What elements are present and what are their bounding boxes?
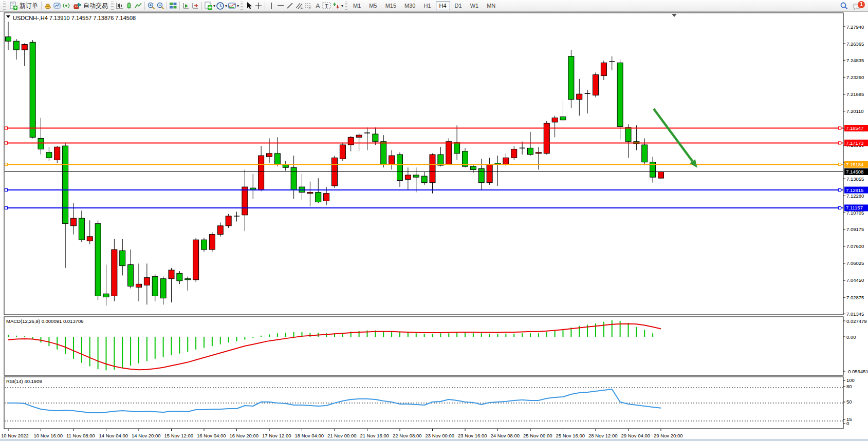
down-candle — [201, 240, 207, 250]
hline-handle[interactable] — [839, 127, 841, 129]
price-chip-label: 7.11157 — [846, 205, 863, 210]
chart-window[interactable]: 7.279407.263657.248357.232607.216857.201… — [0, 12, 868, 441]
timeframe-button-M5[interactable]: M5 — [365, 1, 380, 10]
price-tick-label: 7.23260 — [846, 74, 864, 80]
tile-windows-icon[interactable] — [169, 1, 178, 10]
candlestick-mode-icon[interactable] — [124, 1, 134, 10]
chart-canvas[interactable]: 7.279407.263657.248357.232607.216857.201… — [0, 12, 868, 441]
up-candle — [71, 218, 77, 226]
down-candle — [177, 273, 182, 281]
market-watch-icon[interactable] — [52, 1, 62, 10]
crosshair-icon[interactable] — [254, 1, 263, 10]
channel-tool-icon[interactable]: E — [294, 1, 304, 10]
chart-shift-icon[interactable] — [191, 1, 200, 10]
timeframe-button-M1[interactable]: M1 — [349, 1, 364, 10]
auto-scroll-icon[interactable] — [181, 1, 191, 10]
up-candle — [389, 156, 395, 164]
price-chip-7.14508: 7.14508 — [844, 168, 868, 175]
zoom-in-icon[interactable] — [146, 1, 156, 10]
trendline-tool-icon[interactable] — [285, 1, 294, 10]
hline-handle[interactable] — [5, 163, 8, 166]
timeframe-button-H1[interactable]: H1 — [420, 1, 434, 10]
price-tick-label: 7.01345 — [846, 311, 864, 317]
timeframe-button-M15[interactable]: M15 — [382, 1, 400, 10]
time-tick-label: 28 Nov 12:00 — [588, 433, 618, 438]
toolbar-right-group: 1 — [839, 0, 864, 12]
bar-chart-mode-icon[interactable] — [115, 1, 124, 10]
down-candle — [6, 37, 11, 41]
timeframe-button-H4[interactable]: H4 — [436, 1, 450, 10]
hline-handle[interactable] — [5, 206, 8, 209]
svg-text:T: T — [325, 3, 328, 9]
up-candle — [503, 158, 509, 164]
timeframe-button-W1[interactable]: W1 — [467, 1, 483, 10]
chart-template-icon[interactable] — [227, 1, 236, 10]
up-candle — [535, 152, 541, 154]
rsi-axis-label: 80 — [846, 384, 852, 389]
chart-title: USDCNH-,H4 7.13910 7.14557 7.13876 7.145… — [13, 15, 136, 21]
down-candle — [397, 155, 403, 180]
profiles-clock-icon[interactable] — [215, 1, 225, 10]
time-tick-label: 16 Nov 04:00 — [197, 433, 226, 438]
down-candle — [528, 148, 533, 155]
profile-icon[interactable] — [43, 1, 52, 10]
timeframe-toolbar: M1M5M15M30H1H4D1W1MN — [349, 1, 500, 10]
down-candle — [274, 154, 280, 164]
up-candle — [144, 278, 150, 285]
price-chip-label: 7.14508 — [846, 169, 863, 175]
search-icon[interactable] — [839, 2, 848, 11]
separator — [201, 2, 202, 10]
timeframe-button-MN[interactable]: MN — [483, 1, 499, 10]
time-tick-label: 11 Nov 08:00 — [66, 433, 95, 438]
up-candle — [405, 175, 411, 179]
up-candle — [258, 156, 264, 190]
separator — [167, 2, 167, 10]
zoom-out-icon[interactable] — [156, 1, 165, 10]
macd-pane[interactable] — [4, 317, 843, 375]
horizontal-line-tool-icon[interactable] — [276, 1, 285, 10]
down-candle — [79, 218, 84, 240]
hline-handle[interactable] — [839, 142, 841, 144]
fibonacci-tool-icon[interactable]: F — [304, 1, 313, 10]
arrows-tool-icon[interactable] — [331, 1, 341, 10]
down-candle — [438, 155, 444, 165]
signals-icon[interactable] — [62, 1, 71, 10]
hline-handle[interactable] — [839, 206, 841, 209]
new-chart-icon[interactable] — [204, 1, 213, 10]
timeframe-button-M30[interactable]: M30 — [401, 1, 419, 10]
up-candle — [87, 237, 93, 241]
text-tool-icon[interactable]: A — [313, 1, 322, 10]
time-tick-label: 10 Nov 16:00 — [34, 433, 63, 438]
autotrading-label: 自动交易 — [83, 2, 108, 10]
new-order-button[interactable]: 新订单 — [7, 1, 40, 11]
down-candle — [46, 152, 52, 158]
hline-handle[interactable] — [5, 142, 8, 144]
template-caret[interactable]: ▾ — [237, 4, 239, 8]
macd-axis-label: 0.027479 — [846, 318, 867, 324]
autotrading-button[interactable]: 自动交易 — [71, 1, 109, 11]
down-candle — [185, 279, 191, 280]
hline-handle[interactable] — [839, 189, 841, 191]
timeframe-button-D1[interactable]: D1 — [451, 1, 466, 10]
price-chip-label: 7.17173 — [846, 140, 863, 146]
up-candle — [22, 44, 27, 50]
down-candle — [128, 265, 134, 286]
arrows-caret[interactable]: ▾ — [341, 4, 343, 8]
up-candle — [577, 94, 582, 100]
price-chip-label: 7.12815 — [846, 187, 863, 193]
vertical-line-tool-icon[interactable] — [267, 1, 276, 10]
up-candle — [226, 216, 231, 226]
up-candle — [446, 142, 452, 164]
hline-handle[interactable] — [5, 127, 8, 129]
chart-title-group: USDCNH-,H4 7.13910 7.14557 7.13876 7.145… — [6, 15, 136, 21]
hline-handle[interactable] — [5, 189, 8, 191]
line-chart-mode-icon[interactable] — [134, 1, 143, 10]
notifications-button[interactable]: 1 — [853, 1, 864, 11]
hline-handle[interactable] — [839, 163, 841, 166]
label-tool-icon[interactable]: T — [322, 1, 331, 10]
cursor-icon[interactable] — [245, 1, 254, 10]
down-candle — [95, 224, 101, 296]
down-candle — [478, 168, 484, 182]
time-tick-label: 25 Nov 00:00 — [523, 433, 552, 438]
down-candle — [568, 56, 574, 100]
